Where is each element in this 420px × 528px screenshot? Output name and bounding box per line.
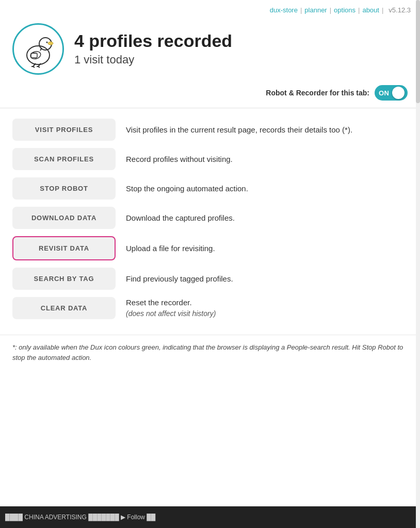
stop-robot-description: Stop the ongoing automated action. bbox=[126, 183, 408, 194]
footer-note: *: only available when the Dux icon colo… bbox=[0, 335, 420, 368]
search-by-tag-description: Find previously tagged profiles. bbox=[126, 273, 408, 285]
bottom-bar-content: ████ CHINA ADVERTISING ███████ ▶ Follow … bbox=[0, 514, 160, 521]
toggle-label: Robot & Recorder for this tab: bbox=[266, 89, 369, 97]
action-row-visit-profiles: VISIT PROFILESVisit profiles in the curr… bbox=[12, 119, 408, 141]
planner-link[interactable]: planner bbox=[304, 6, 327, 14]
bottom-bar: ████ CHINA ADVERTISING ███████ ▶ Follow … bbox=[0, 506, 420, 528]
svg-point-3 bbox=[46, 42, 48, 43]
stop-robot-button[interactable]: STOP ROBOT bbox=[12, 177, 116, 200]
duck-icon bbox=[18, 28, 59, 70]
sep1: | bbox=[300, 6, 302, 14]
toggle-state: ON bbox=[379, 89, 390, 97]
action-row-download-data: DOWNLOAD DATADownload the captured profi… bbox=[12, 207, 408, 229]
svg-line-8 bbox=[33, 67, 35, 68]
action-row-clear-data: CLEAR DATAReset the recorder.(does not a… bbox=[12, 297, 408, 319]
toggle-knob bbox=[392, 87, 405, 99]
download-data-description: Download the captured profiles. bbox=[126, 212, 408, 224]
svg-line-10 bbox=[38, 67, 40, 68]
top-nav: dux-store | planner | options | about | … bbox=[0, 0, 420, 18]
scan-profiles-description: Record profiles without visiting. bbox=[126, 154, 408, 165]
action-row-scan-profiles: SCAN PROFILESRecord profiles without vis… bbox=[12, 148, 408, 170]
visit-profiles-description: Visit profiles in the current result pag… bbox=[126, 124, 408, 136]
visit-profiles-button[interactable]: VISIT PROFILES bbox=[12, 119, 116, 141]
svg-rect-11 bbox=[31, 53, 37, 58]
action-row-search-by-tag: SEARCH BY TAGFind previously tagged prof… bbox=[12, 268, 408, 290]
clear-data-description: Reset the recorder.(does not affect visi… bbox=[126, 297, 408, 319]
version-label: v5.12.3 bbox=[389, 6, 411, 14]
download-data-button[interactable]: DOWNLOAD DATA bbox=[12, 207, 116, 229]
toggle-row: Robot & Recorder for this tab: ON bbox=[0, 80, 420, 108]
toggle-switch[interactable]: ON bbox=[375, 85, 408, 101]
header-section: 4 profiles recorded 1 visit today bbox=[0, 18, 420, 80]
actions-section: VISIT PROFILESVisit profiles in the curr… bbox=[0, 108, 420, 332]
logo bbox=[12, 23, 64, 75]
revisit-data-description: Upload a file for revisiting. bbox=[126, 243, 408, 254]
about-link[interactable]: about bbox=[362, 6, 379, 14]
svg-point-2 bbox=[48, 42, 53, 45]
scan-profiles-button[interactable]: SCAN PROFILES bbox=[12, 148, 116, 170]
svg-point-4 bbox=[30, 51, 42, 60]
dux-store-link[interactable]: dux-store bbox=[270, 6, 298, 14]
sep2: | bbox=[330, 6, 331, 14]
clear-data-button[interactable]: CLEAR DATA bbox=[12, 297, 116, 319]
action-row-revisit-data: REVISIT DATAUpload a file for revisiting… bbox=[12, 236, 408, 260]
options-link[interactable]: options bbox=[334, 6, 356, 14]
sep3: | bbox=[358, 6, 360, 14]
visits-today: 1 visit today bbox=[74, 53, 232, 67]
sep4: | bbox=[382, 6, 383, 14]
search-by-tag-button[interactable]: SEARCH BY TAG bbox=[12, 268, 116, 290]
clear-data-sub-note: (does not affect visit history) bbox=[126, 308, 408, 319]
profiles-count: 4 profiles recorded bbox=[74, 31, 232, 51]
scrollbar[interactable] bbox=[416, 0, 420, 528]
scrollbar-thumb[interactable] bbox=[416, 0, 420, 103]
revisit-data-button[interactable]: REVISIT DATA bbox=[12, 236, 116, 260]
header-text: 4 profiles recorded 1 visit today bbox=[74, 31, 232, 66]
action-row-stop-robot: STOP ROBOTStop the ongoing automated act… bbox=[12, 177, 408, 200]
